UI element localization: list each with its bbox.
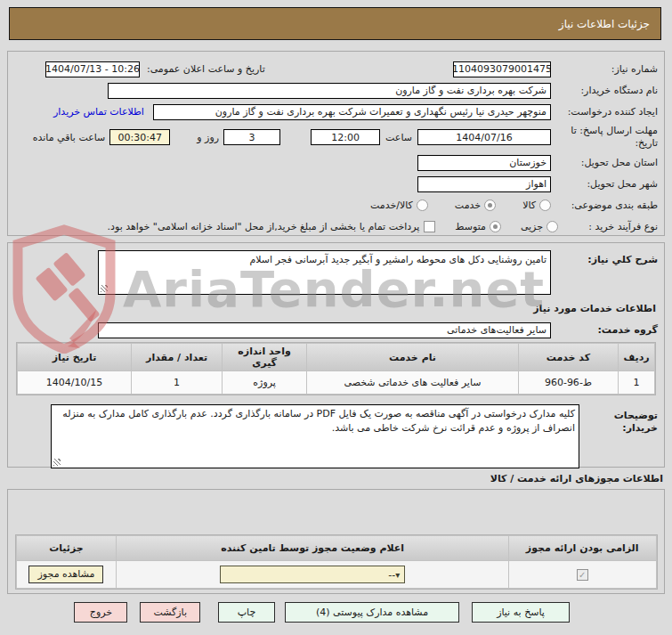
deadline-countdown-label: ساعت باقي مانده <box>33 132 106 143</box>
resize-handle-icon[interactable] <box>101 285 108 292</box>
check-icon: ✓ <box>579 570 586 580</box>
category-radio-goods[interactable] <box>539 199 551 211</box>
exit-button[interactable]: خروج <box>74 602 127 623</box>
need-number-field[interactable]: 1104093079001475 <box>453 61 551 77</box>
services-table-row: 1 ط-96-960 سایر فعالیت های خدماتی شخصی پ… <box>18 371 654 394</box>
cell-service-code: ط-96-960 <box>519 371 618 394</box>
row-service-group: گروه خدمت: سایر فعالیت‌های خدماتی <box>14 321 658 339</box>
license-required-checkbox: ✓ <box>577 569 588 581</box>
need-description-label: شرح کلي نیاز: <box>551 250 658 266</box>
process-radio-medium[interactable] <box>490 221 501 232</box>
cell-need-date: 1404/10/15 <box>18 371 131 394</box>
cell-service-name: سایر فعالیت های خدماتی شخصی <box>307 371 518 394</box>
view-license-button[interactable]: مشاهده مجوز <box>28 566 103 583</box>
services-panel: شرح کلي نیاز: تامین روشنایی دکل های محوط… <box>7 242 665 468</box>
deadline-days-field[interactable]: 3 <box>223 129 280 145</box>
need-info-panel: شماره نیاز: 1104093079001475 تاریخ و ساع… <box>7 51 665 236</box>
col-row-index: ردیف <box>619 344 654 370</box>
buyer-org-field[interactable]: شرکت بهره برداری نفت و گاز مارون <box>108 83 551 99</box>
licenses-section-title: اطلاعات مجوزهای ارائه خدمت / کالا <box>490 473 663 484</box>
request-creator-label: ایجاد کننده درخواست: <box>551 106 658 118</box>
page-title-bar: جزئیات اطلاعات نیاز <box>9 7 661 40</box>
deadline-date-field[interactable]: 1404/07/16 <box>417 129 551 145</box>
deadline-hour-label: ساعت <box>385 132 412 143</box>
licenses-table: الزامی بودن ارائه مجوز اعلام وضعیت مجوز … <box>15 534 658 590</box>
row-buyer-notes: توضیحات خریدار: کلیه مدارک درخواستی در آ… <box>14 404 658 468</box>
action-buttons-bar: پاسخ به نیاز مشاهده مدارک پیوستی (4) چاپ… <box>74 602 570 623</box>
need-description-textarea[interactable]: تامین روشنایی دکل های محوطه رامشیر و آبگ… <box>98 250 551 295</box>
respond-to-need-button[interactable]: پاسخ به نیاز <box>472 602 570 623</box>
request-creator-field[interactable]: منوچهر حیدری نیا رئیس نگهداری و تعمیرات … <box>153 104 551 120</box>
row-request-creator: ایجاد کننده درخواست: منوچهر حیدری نیا رئ… <box>14 102 658 121</box>
row-need-number: شماره نیاز: 1104093079001475 تاریخ و ساع… <box>14 60 658 78</box>
announce-datetime-field[interactable]: 1404/07/13 - 10:26 <box>45 61 140 77</box>
col-quantity: تعداد / مقدار <box>132 344 222 370</box>
process-option-minor-label: جزيی <box>521 221 543 232</box>
col-license-status: اعلام وضعیت مجوز توسط تامین کننده <box>117 536 507 560</box>
buyer-org-label: نام دستگاه خریدار: <box>551 85 658 97</box>
cell-quantity: 1 <box>132 371 222 394</box>
province-label: استان محل تحویل: <box>551 157 658 169</box>
licenses-table-row: ✓ ▾ -- مشاهده مجوز <box>17 561 656 588</box>
chevron-down-icon: ▾ <box>395 570 400 580</box>
category-label: طبقه بندی موضوعی: <box>551 199 658 212</box>
need-number-label: شماره نیاز: <box>551 63 658 76</box>
col-service-name: نام خدمت <box>307 344 518 370</box>
services-table: ردیف کد خدمت نام خدمت واحد اندازه گیری ت… <box>16 342 656 395</box>
row-province: استان محل تحویل: خوزستان <box>14 153 658 172</box>
buyer-notes-label: توضیحات خریدار: <box>579 404 658 435</box>
license-status-select[interactable]: ▾ -- <box>220 566 405 583</box>
row-need-description: شرح کلي نیاز: تامین روشنایی دکل های محوط… <box>14 250 658 295</box>
licenses-panel: الزامی بودن ارائه مجوز اعلام وضعیت مجوز … <box>7 489 665 594</box>
deadline-countdown-field: 00:30:47 <box>109 129 170 145</box>
row-category: طبقه بندی موضوعی: کالا خدمت کالا/خدمت <box>14 196 658 215</box>
category-radio-goods-service[interactable] <box>417 199 428 211</box>
buyer-notes-text: کلیه مدارک درخواستی در آگهی مناقصه به صو… <box>62 408 575 434</box>
process-option-medium-label: متوسط <box>455 221 486 232</box>
service-group-label: گروه خدمت: <box>551 324 658 337</box>
need-description-text: تامین روشنایی دکل های محوطه رامشیر و آبگ… <box>249 254 547 265</box>
category-option-goods-service-label: کالا/خدمت <box>370 199 413 211</box>
row-buyer-org: نام دستگاه خریدار: شرکت بهره برداری نفت … <box>14 81 658 100</box>
city-label: شهر محل تحویل: <box>551 178 658 191</box>
cell-row-index: 1 <box>619 371 654 394</box>
process-radio-minor[interactable] <box>547 221 558 232</box>
treasury-note: پرداخت تمام یا بخشی از مبلغ خرید,از محل … <box>108 221 420 232</box>
col-service-code: کد خدمت <box>519 344 618 370</box>
treasury-checkbox[interactable] <box>424 221 435 232</box>
deadline-time-field[interactable]: 12:00 <box>311 129 380 145</box>
row-process-type: نوع فرآیند خرید : جزيی متوسط پرداخت تمام… <box>14 217 658 236</box>
row-deadline: مهلت ارسال پاسخ: تا تاریخ: 1404/07/16 سا… <box>14 124 658 151</box>
category-radio-service[interactable] <box>484 199 496 211</box>
announce-datetime-label: تاریخ و ساعت اعلان عمومی: <box>140 63 265 75</box>
services-table-header-row: ردیف کد خدمت نام خدمت واحد اندازه گیری ت… <box>18 344 654 370</box>
deadline-days-label: روز و <box>197 132 219 143</box>
category-option-goods-label: کالا <box>522 199 536 211</box>
services-section-title: اطلاعات خدمات مورد نیاز <box>16 303 656 314</box>
buyer-contact-link[interactable]: اطلاعات تماس خریدار <box>53 106 144 118</box>
print-button[interactable]: چاپ <box>218 602 275 623</box>
category-option-service-label: خدمت <box>455 199 481 211</box>
col-unit: واحد اندازه گیری <box>223 344 306 370</box>
page-title: جزئیات اطلاعات نیاز <box>559 18 650 30</box>
process-type-label: نوع فرآیند خرید : <box>558 221 658 233</box>
col-need-date: تاریخ نیاز <box>18 344 131 370</box>
cell-unit: پروژه <box>223 371 306 394</box>
resize-handle-icon[interactable] <box>53 459 61 466</box>
city-field[interactable]: اهواز <box>417 176 551 192</box>
service-group-field[interactable]: سایر فعالیت‌های خدماتی <box>98 322 551 338</box>
view-attachments-button[interactable]: مشاهده مدارک پیوستی (4) <box>285 602 459 623</box>
col-license-details: جزئیات <box>17 536 117 560</box>
row-city: شهر محل تحویل: اهواز <box>14 175 658 193</box>
license-status-value: -- <box>225 569 395 581</box>
deadline-label: مهلت ارسال پاسخ: تا تاریخ: <box>551 125 658 150</box>
buyer-notes-textarea[interactable]: کلیه مدارک درخواستی در آگهی مناقصه به صو… <box>51 404 579 468</box>
licenses-table-header-row: الزامی بودن ارائه مجوز اعلام وضعیت مجوز … <box>17 536 656 560</box>
province-field[interactable]: خوزستان <box>417 155 551 171</box>
col-license-required: الزامی بودن ارائه مجوز <box>509 536 656 560</box>
back-button[interactable]: بازگشت <box>140 602 200 623</box>
